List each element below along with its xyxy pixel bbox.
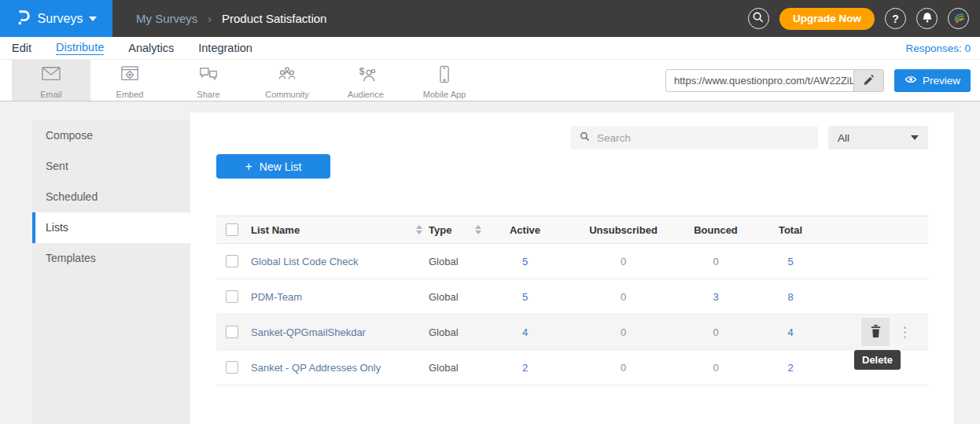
search-button[interactable]: [748, 8, 769, 29]
email-sidebar: Compose Sent Scheduled Lists Templates: [32, 120, 190, 424]
sidebar-item-scheduled[interactable]: Scheduled: [32, 182, 190, 212]
toolbar-item-email[interactable]: Email: [12, 60, 90, 101]
total-count[interactable]: 2: [747, 362, 834, 374]
total-count[interactable]: 5: [747, 256, 834, 267]
active-count[interactable]: 5: [488, 256, 562, 267]
question-mark-icon: ?: [892, 13, 899, 25]
toolbar-item-mobile-app[interactable]: Mobile App: [405, 60, 484, 101]
top-bar: Surveys My Surveys › Product Satisfactio…: [0, 0, 980, 37]
toolbar-item-audience[interactable]: $ Audience: [326, 60, 405, 101]
search-placeholder: Search: [597, 132, 631, 144]
avatar: [952, 10, 966, 28]
active-count[interactable]: 2: [488, 362, 562, 374]
breadcrumb-separator: ›: [208, 13, 212, 25]
row-checkbox[interactable]: [226, 255, 238, 267]
total-count[interactable]: 8: [747, 291, 834, 303]
breadcrumb: My Surveys › Product Satisfaction: [136, 12, 326, 25]
sidebar-item-sent[interactable]: Sent: [32, 151, 190, 182]
help-button[interactable]: ?: [885, 8, 906, 29]
column-type: Type: [429, 224, 451, 236]
sidebar-item-compose[interactable]: Compose: [32, 120, 190, 151]
unsubscribed-count[interactable]: 0: [562, 362, 684, 374]
toolbar-item-embed[interactable]: Embed: [90, 60, 169, 101]
active-count[interactable]: 5: [488, 291, 562, 303]
new-list-label: New List: [260, 160, 302, 173]
sort-list-name-icon[interactable]: [416, 225, 422, 234]
community-icon: [275, 65, 299, 87]
eye-icon: [904, 75, 917, 87]
column-bounced: Bounced: [684, 224, 747, 236]
column-active: Active: [488, 224, 562, 236]
tab-distribute[interactable]: Distribute: [56, 41, 104, 55]
survey-nav: Edit Distribute Analytics Integration Re…: [0, 37, 980, 60]
email-icon: [39, 65, 63, 87]
account-menu-button[interactable]: [948, 8, 969, 29]
search-input[interactable]: Search: [570, 126, 818, 149]
table-row[interactable]: Sanket - QP Addresses Only Global 2 0 0 …: [216, 350, 928, 385]
list-name-link[interactable]: Sanket - QP Addresses Only: [251, 362, 381, 374]
upgrade-now-button[interactable]: Upgrade Now: [779, 8, 875, 30]
bell-icon: [921, 11, 934, 27]
search-icon: [580, 131, 590, 145]
delete-tooltip: Delete: [854, 350, 901, 370]
list-controls: Search All: [570, 126, 928, 149]
page-title: Product Satisfaction: [222, 12, 326, 25]
survey-url[interactable]: https://www.questionpro.com/t/AW22ZiLz6: [666, 70, 853, 91]
bounced-count[interactable]: 0: [684, 362, 747, 374]
topbar-actions: Upgrade Now ?: [748, 8, 969, 30]
unsubscribed-count[interactable]: 0: [562, 256, 684, 267]
toolbar-item-community[interactable]: Community: [248, 60, 326, 101]
questionpro-logo-icon: [16, 8, 31, 29]
search-icon: [752, 11, 764, 27]
active-count[interactable]: 4: [488, 326, 562, 338]
list-name-link[interactable]: PDM-Team: [251, 291, 302, 303]
row-checkbox[interactable]: [226, 290, 238, 303]
share-icon: [197, 65, 220, 87]
sort-type-icon[interactable]: [475, 225, 481, 234]
pencil-icon: [863, 73, 875, 88]
bounced-count[interactable]: 0: [684, 326, 747, 338]
column-list-name: List Name: [251, 224, 300, 236]
unsubscribed-count[interactable]: 0: [562, 326, 684, 338]
tab-analytics[interactable]: Analytics: [128, 42, 174, 54]
bounced-count[interactable]: 0: [684, 256, 747, 267]
delete-button[interactable]: [861, 318, 890, 346]
toolbar-right: https://www.questionpro.com/t/AW22ZiLz6 …: [665, 60, 971, 101]
total-count[interactable]: 4: [747, 326, 834, 338]
table-row[interactable]: PDM-Team Global 5 0 3 8: [216, 279, 928, 315]
row-actions: Delete: [834, 318, 928, 346]
notifications-button[interactable]: [916, 8, 938, 29]
preview-label: Preview: [923, 75, 960, 87]
more-options-button[interactable]: [904, 326, 906, 338]
embed-icon: [118, 65, 142, 87]
mobile-app-icon: [433, 65, 456, 87]
table-row[interactable]: Global List Code Check Global 5 0 0 5: [216, 244, 928, 279]
sidebar-item-lists[interactable]: Lists: [32, 212, 190, 243]
tab-integration[interactable]: Integration: [198, 42, 252, 54]
unsubscribed-count[interactable]: 0: [562, 291, 684, 303]
survey-url-box: https://www.questionpro.com/t/AW22ZiLz6: [665, 69, 884, 92]
list-filter-select[interactable]: All: [828, 126, 928, 149]
preview-button[interactable]: Preview: [894, 69, 971, 92]
row-checkbox[interactable]: [226, 361, 238, 374]
audience-icon: $: [354, 65, 378, 87]
tab-edit[interactable]: Edit: [12, 42, 31, 54]
product-switcher[interactable]: Surveys: [0, 0, 112, 37]
responses-count[interactable]: Responses: 0: [905, 42, 971, 54]
toolbar-item-share[interactable]: Share: [169, 60, 248, 101]
select-all-checkbox[interactable]: [226, 223, 238, 236]
list-name-link[interactable]: Sanket-QPGmailShekdar: [251, 326, 366, 338]
breadcrumb-my-surveys[interactable]: My Surveys: [136, 12, 197, 25]
new-list-button[interactable]: + New List: [216, 154, 330, 179]
distribute-toolbar: Email Embed Share: [0, 60, 980, 101]
bounced-count[interactable]: 3: [684, 291, 747, 303]
table-row[interactable]: Sanket-QPGmailShekdar Global 4 0 0 4: [216, 315, 928, 350]
sidebar-item-templates[interactable]: Templates: [32, 243, 190, 274]
chevron-down-icon: [911, 135, 919, 140]
list-name-link[interactable]: Global List Code Check: [251, 256, 359, 267]
edit-url-button[interactable]: [853, 70, 883, 91]
plus-icon: +: [245, 160, 252, 174]
svg-text:$: $: [359, 66, 365, 77]
column-total: Total: [747, 224, 834, 236]
row-checkbox[interactable]: [226, 326, 238, 338]
